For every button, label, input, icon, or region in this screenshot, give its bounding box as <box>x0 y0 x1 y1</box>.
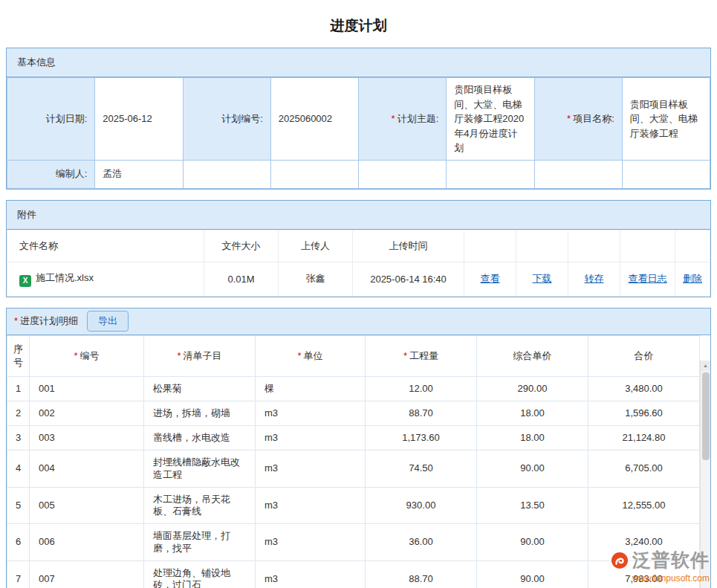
required-mark: * <box>392 113 395 124</box>
detail-cell: 74.50 <box>366 450 477 488</box>
detail-row: 1001松果菊棵12.00290.003,480.00 <box>7 376 700 401</box>
plan-subject-label: *计划主题: <box>359 78 447 161</box>
detail-cell: 003 <box>30 426 144 450</box>
file-size-header: 文件大小 <box>204 230 279 262</box>
detail-section-header: *进度计划明细 导出 <box>7 308 710 335</box>
detail-cell: 进场，拆墙，砌墙 <box>144 401 256 425</box>
attachment-action-link[interactable]: 查看日志 <box>629 273 667 284</box>
detail-cell: 002 <box>30 401 144 425</box>
basic-info-row-1: 计划日期: 2025-06-12 计划编号: 2025060002 *计划主题:… <box>7 78 710 161</box>
detail-row: 7007处理边角、铺设地砖，过门石m388.7090.007,983.00 <box>7 560 700 588</box>
detail-cell: 松果菊 <box>144 376 256 401</box>
detail-row: 4004封埋线槽隐蔽水电改造工程m374.5090.006,705.00 <box>7 450 700 488</box>
detail-table-wrapper: 序号*编号*清单子目*单位*工程量综合单价合价 1001松果菊棵12.00290… <box>7 335 710 588</box>
detail-cell: 005 <box>30 487 144 524</box>
actions-header-empty <box>568 230 620 262</box>
export-button[interactable]: 导出 <box>87 311 129 332</box>
basic-info-section: 基本信息 计划日期: 2025-06-12 计划编号: 2025060002 *… <box>6 48 711 190</box>
project-name-label: *项目名称: <box>534 78 622 161</box>
detail-cell: m3 <box>256 450 366 488</box>
attachment-action-link[interactable]: 下载 <box>533 273 552 284</box>
detail-cell: 1,596.60 <box>588 401 700 425</box>
attachment-action-cell: 查看 <box>464 262 516 296</box>
detail-cell: 2 <box>7 401 30 425</box>
detail-cell: 木工进场，吊天花板、石膏线 <box>144 487 256 524</box>
detail-cell: 88.70 <box>366 560 477 588</box>
required-mark: * <box>297 350 301 361</box>
detail-column-header: *工程量 <box>366 335 477 376</box>
detail-cell: 12.00 <box>366 376 477 401</box>
plan-date-value: 2025-06-12 <box>95 78 183 161</box>
basic-info-table: 计划日期: 2025-06-12 计划编号: 2025060002 *计划主题:… <box>7 77 710 189</box>
empty-cell <box>447 160 534 188</box>
detail-scrollbar[interactable]: ▲ <box>700 361 710 588</box>
detail-column-header: *编号 <box>30 335 144 376</box>
detail-cell: 930.00 <box>366 487 477 524</box>
attachment-uploader: 张鑫 <box>279 262 353 296</box>
attachment-action-link[interactable]: 删除 <box>683 273 702 284</box>
author-label: 编制人: <box>7 160 95 188</box>
detail-cell: 36.00 <box>366 524 477 561</box>
upload-time-header: 上传时间 <box>353 230 464 262</box>
attachments-table: 文件名称 文件大小 上传人 上传时间 X施工情况.xlsx 0.01M 张鑫 2… <box>7 230 710 297</box>
detail-column-header: *单位 <box>256 335 366 376</box>
detail-cell: 1 <box>7 376 30 401</box>
required-mark: * <box>74 350 77 361</box>
detail-column-header: 综合单价 <box>477 335 588 376</box>
scroll-up-icon[interactable]: ▲ <box>701 361 710 371</box>
detail-cell: 90.00 <box>477 450 588 488</box>
detail-cell: 1,173.60 <box>366 426 477 450</box>
attachment-action-link[interactable]: 查看 <box>481 273 500 284</box>
detail-header-row: 序号*编号*清单子目*单位*工程量综合单价合价 <box>7 335 700 376</box>
file-name-header: 文件名称 <box>7 230 204 262</box>
detail-section: *进度计划明细 导出 序号*编号*清单子目*单位*工程量综合单价合价 1001松… <box>6 308 711 588</box>
plan-subject-value: 贵阳项目样板间、大堂、电梯厅装修工程2020年4月份进度计划 <box>447 78 534 161</box>
empty-cell <box>183 160 270 188</box>
detail-cell: 3,480.00 <box>588 376 700 401</box>
plan-no-label: 计划编号: <box>183 78 270 161</box>
actions-header-empty <box>675 230 710 262</box>
uploader-header: 上传人 <box>279 230 353 262</box>
detail-cell: 006 <box>30 524 144 561</box>
detail-cell: 12,555.00 <box>588 487 700 524</box>
actions-header-empty <box>516 230 568 262</box>
attachment-upload-time: 2025-06-14 16:40 <box>353 262 464 296</box>
project-name-value: 贵阳项目样板间、大堂、电梯厅装修工程 <box>622 78 710 161</box>
detail-row: 6006墙面基层处理，打磨，找平m336.0090.003,240.00 <box>7 524 700 561</box>
plan-date-label: 计划日期: <box>7 78 95 161</box>
scrollbar-thumb[interactable] <box>702 372 710 460</box>
detail-cell: 007 <box>30 560 144 588</box>
detail-cell: m3 <box>256 560 366 588</box>
author-value: 孟浩 <box>95 160 183 188</box>
basic-info-row-2: 编制人: 孟浩 <box>7 160 710 188</box>
attachment-file-size: 0.01M <box>204 262 279 296</box>
basic-info-section-header: 基本信息 <box>7 48 710 77</box>
attachments-header-row: 文件名称 文件大小 上传人 上传时间 <box>7 230 710 262</box>
detail-cell: 墙面基层处理，打磨，找平 <box>144 524 256 561</box>
detail-cell: 90.00 <box>477 560 588 588</box>
page-title: 进度计划 <box>0 0 717 48</box>
detail-cell: 凿线槽，水电改造 <box>144 426 256 450</box>
required-mark: * <box>177 350 181 361</box>
attachment-file-name: X施工情况.xlsx <box>7 262 204 296</box>
detail-cell: 4 <box>7 450 30 488</box>
required-mark: * <box>14 315 18 326</box>
attachment-action-cell: 下载 <box>516 262 568 296</box>
detail-table: 序号*编号*清单子目*单位*工程量综合单价合价 1001松果菊棵12.00290… <box>7 335 700 588</box>
attachment-action-cell: 删除 <box>675 262 710 296</box>
detail-section-title: *进度计划明细 <box>14 314 78 328</box>
attachment-row: X施工情况.xlsx 0.01M 张鑫 2025-06-14 16:40 查看下… <box>7 262 710 296</box>
detail-cell: 21,124.80 <box>588 426 700 450</box>
detail-cell: 7 <box>7 560 30 588</box>
required-mark: * <box>403 350 407 361</box>
detail-row: 2002进场，拆墙，砌墙m388.7018.001,596.60 <box>7 401 700 425</box>
excel-file-icon: X <box>19 275 31 287</box>
attachment-action-cell: 查看日志 <box>620 262 675 296</box>
detail-cell: 5 <box>7 487 30 524</box>
detail-row: 5005木工进场，吊天花板、石膏线m3930.0013.5012,555.00 <box>7 487 700 524</box>
detail-cell: 6,705.00 <box>588 450 700 488</box>
detail-cell: 3 <box>7 426 30 450</box>
attachment-action-link[interactable]: 转存 <box>585 273 604 284</box>
detail-cell: m3 <box>256 426 366 450</box>
detail-cell: 290.00 <box>477 376 588 401</box>
